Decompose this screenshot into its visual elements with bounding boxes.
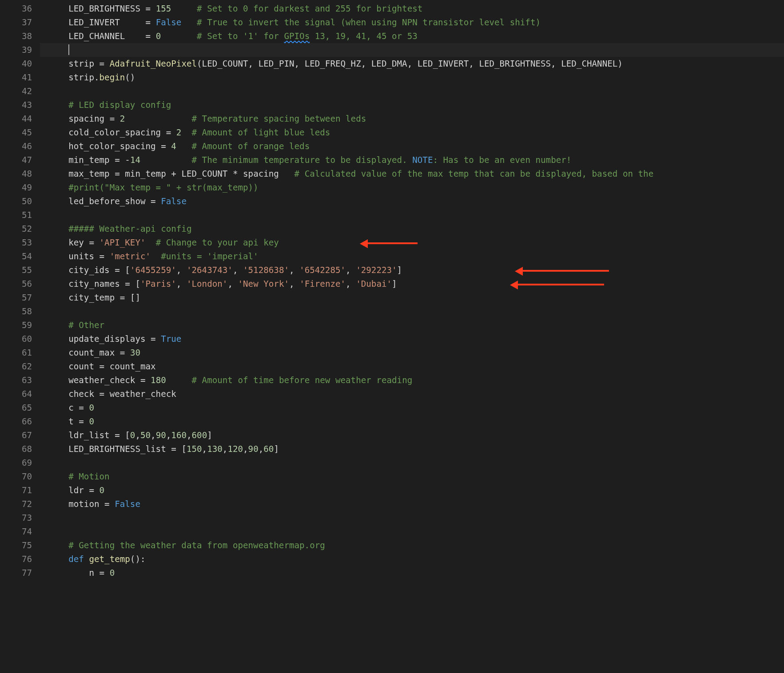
line-number: 57 <box>0 291 32 305</box>
text-cursor <box>68 44 69 55</box>
code-line[interactable]: # Motion <box>40 470 784 483</box>
line-number: 38 <box>0 29 32 43</box>
code-line[interactable]: count = count_max <box>40 360 784 373</box>
line-number: 46 <box>0 139 32 153</box>
code-line[interactable]: led_before_show = False <box>40 194 784 208</box>
line-number: 50 <box>0 194 32 208</box>
code-line[interactable]: LED_BRIGHTNESS_list = [150,130,120,90,60… <box>40 442 784 456</box>
line-number: 51 <box>0 208 32 222</box>
line-number: 61 <box>0 346 32 360</box>
line-number: 70 <box>0 470 32 483</box>
line-number-gutter: 3637383940414243444546474849505152535455… <box>0 0 40 673</box>
line-number: 52 <box>0 222 32 236</box>
line-number: 39 <box>0 43 32 57</box>
code-line[interactable]: ##### Weather-api config <box>40 222 784 236</box>
code-line[interactable]: # Getting the weather data from openweat… <box>40 538 784 552</box>
code-line[interactable]: LED_CHANNEL = 0 # Set to '1' for GPIOs 1… <box>40 29 784 43</box>
code-line[interactable]: units = 'metric' #units = 'imperial' <box>40 249 784 263</box>
code-line[interactable]: LED_BRIGHTNESS = 155 # Set to 0 for dark… <box>40 2 784 16</box>
code-line[interactable]: check = weather_check <box>40 387 784 401</box>
line-number: 77 <box>0 566 32 580</box>
line-number: 65 <box>0 401 32 415</box>
code-line[interactable]: city_ids = ['6455259', '2643743', '51286… <box>40 263 784 277</box>
line-number: 59 <box>0 318 32 332</box>
line-number: 41 <box>0 71 32 84</box>
code-line[interactable]: # LED display config <box>40 98 784 112</box>
code-line[interactable] <box>40 43 784 57</box>
line-number: 40 <box>0 57 32 71</box>
code-line[interactable]: ldr = 0 <box>40 483 784 497</box>
line-number: 53 <box>0 236 32 249</box>
code-line[interactable]: c = 0 <box>40 401 784 415</box>
code-line[interactable]: LED_INVERT = False # True to invert the … <box>40 16 784 29</box>
code-line[interactable] <box>40 511 784 525</box>
line-number: 37 <box>0 16 32 29</box>
code-line[interactable]: city_names = ['Paris', 'London', 'New Yo… <box>40 277 784 291</box>
line-number: 71 <box>0 483 32 497</box>
line-number: 42 <box>0 84 32 98</box>
code-line[interactable]: min_temp = -14 # The minimum temperature… <box>40 153 784 167</box>
line-number: 54 <box>0 249 32 263</box>
code-line[interactable] <box>40 305 784 318</box>
code-line[interactable]: def get_temp(): <box>40 552 784 566</box>
line-number: 49 <box>0 181 32 194</box>
line-number: 45 <box>0 126 32 139</box>
line-number: 75 <box>0 538 32 552</box>
line-number: 68 <box>0 442 32 456</box>
code-line[interactable]: hot_color_spacing = 4 # Amount of orange… <box>40 139 784 153</box>
code-line[interactable]: ldr_list = [0,50,90,160,600] <box>40 428 784 442</box>
line-number: 44 <box>0 112 32 126</box>
code-line[interactable]: count_max = 30 <box>40 346 784 360</box>
line-number: 62 <box>0 360 32 373</box>
line-number: 55 <box>0 263 32 277</box>
code-line[interactable]: spacing = 2 # Temperature spacing betwee… <box>40 112 784 126</box>
line-number: 36 <box>0 2 32 16</box>
code-line[interactable]: city_temp = [] <box>40 291 784 305</box>
code-line[interactable] <box>40 84 784 98</box>
code-line[interactable]: strip.begin() <box>40 71 784 84</box>
line-number: 69 <box>0 456 32 470</box>
line-number: 72 <box>0 497 32 511</box>
code-line[interactable]: weather_check = 180 # Amount of time bef… <box>40 373 784 387</box>
code-editor[interactable]: 3637383940414243444546474849505152535455… <box>0 0 784 673</box>
line-number: 74 <box>0 525 32 538</box>
line-number: 58 <box>0 305 32 318</box>
code-line[interactable]: #print("Max temp = " + str(max_temp)) <box>40 181 784 194</box>
code-line[interactable] <box>40 208 784 222</box>
code-line[interactable]: update_displays = True <box>40 332 784 346</box>
code-line[interactable]: max_temp = min_temp + LED_COUNT * spacin… <box>40 167 784 181</box>
code-line[interactable]: n = 0 <box>40 566 784 580</box>
code-line[interactable]: cold_color_spacing = 2 # Amount of light… <box>40 126 784 139</box>
code-line[interactable]: t = 0 <box>40 415 784 428</box>
line-number: 66 <box>0 415 32 428</box>
code-line[interactable] <box>40 525 784 538</box>
code-area[interactable]: LED_BRIGHTNESS = 155 # Set to 0 for dark… <box>40 0 784 673</box>
line-number: 56 <box>0 277 32 291</box>
line-number: 60 <box>0 332 32 346</box>
line-number: 63 <box>0 373 32 387</box>
code-line[interactable]: # Other <box>40 318 784 332</box>
line-number: 73 <box>0 511 32 525</box>
line-number: 67 <box>0 428 32 442</box>
code-line[interactable]: key = 'API_KEY' # Change to your api key <box>40 236 784 249</box>
code-line[interactable]: strip = Adafruit_NeoPixel(LED_COUNT, LED… <box>40 57 784 71</box>
line-number: 64 <box>0 387 32 401</box>
code-line[interactable]: motion = False <box>40 497 784 511</box>
line-number: 43 <box>0 98 32 112</box>
line-number: 76 <box>0 552 32 566</box>
code-line[interactable] <box>40 456 784 470</box>
line-number: 48 <box>0 167 32 181</box>
line-number: 47 <box>0 153 32 167</box>
